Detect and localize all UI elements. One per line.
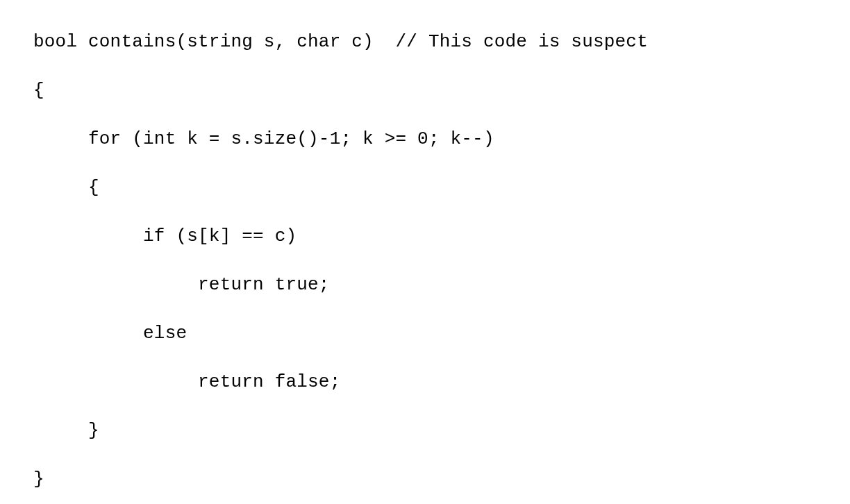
code-line: bool contains(string s, char c) // This … xyxy=(33,30,850,54)
code-line: return true; xyxy=(33,273,850,297)
code-line: if (s[k] == c) xyxy=(33,224,850,249)
code-line: } xyxy=(33,467,850,492)
code-line: { xyxy=(33,176,850,200)
code-line: return false; xyxy=(33,370,850,394)
code-line: for (int k = s.size()-1; k >= 0; k--) xyxy=(33,127,850,151)
code-line: else xyxy=(33,321,850,346)
code-page: bool contains(string s, char c) // This … xyxy=(0,0,850,504)
code-line: } xyxy=(33,419,850,443)
code-line: { xyxy=(33,78,850,103)
